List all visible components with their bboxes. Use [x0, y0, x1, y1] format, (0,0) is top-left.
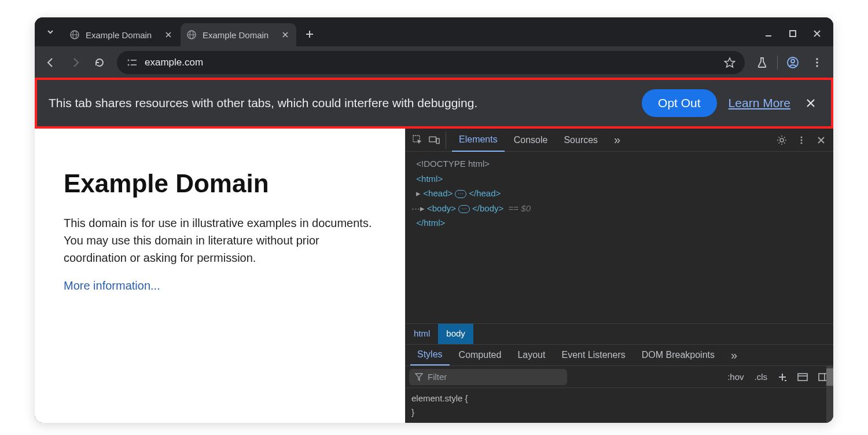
svg-rect-24 — [798, 374, 807, 381]
tab-inactive[interactable]: Example Domain — [64, 23, 179, 46]
styles-tab-computed[interactable]: Computed — [452, 345, 509, 365]
dom-head[interactable]: ▸<head>⋯</head> — [411, 186, 827, 201]
opt-out-button[interactable]: Opt Out — [642, 89, 717, 117]
dom-body-selected[interactable]: ⋯▸<body>⋯</body> == $0 — [411, 201, 827, 216]
crumb-body[interactable]: body — [438, 324, 473, 344]
tab-close-button[interactable] — [280, 30, 290, 40]
svg-point-15 — [816, 61, 818, 64]
devtools-close-icon[interactable] — [812, 131, 830, 149]
css-rules[interactable]: element.style { } — [406, 388, 833, 423]
styles-panel: Filter :hov .cls element.style { } — [406, 366, 833, 423]
globe-icon — [186, 30, 197, 40]
filter-icon — [415, 373, 423, 381]
reload-button[interactable] — [89, 52, 110, 73]
dom-doctype[interactable]: <!DOCTYPE html> — [411, 156, 827, 171]
settings-gear-icon[interactable] — [773, 131, 790, 149]
hov-toggle[interactable]: :hov — [725, 372, 746, 382]
svg-rect-7 — [790, 31, 796, 36]
window-controls — [762, 27, 824, 41]
devtools-toolbar: Elements Console Sources » — [406, 129, 833, 152]
page-heading: Example Domain — [64, 169, 376, 198]
maximize-button[interactable] — [786, 27, 800, 41]
dom-html-close[interactable]: </html> — [411, 215, 827, 231]
profile-button[interactable] — [782, 52, 803, 73]
debugging-infobar: This tab shares resources with other tab… — [37, 80, 831, 126]
tab-title: Example Domain — [203, 30, 274, 40]
back-button[interactable] — [41, 52, 61, 73]
svg-rect-18 — [429, 137, 436, 142]
devtools-tabs-overflow[interactable]: » — [607, 129, 627, 152]
highlighted-infobar-region: This tab shares resources with other tab… — [35, 78, 833, 129]
svg-rect-11 — [131, 64, 137, 65]
svg-point-23 — [801, 142, 803, 144]
css-line: element.style { — [411, 392, 827, 405]
divider — [777, 56, 778, 70]
omnibox[interactable]: example.com — [117, 51, 745, 74]
svg-rect-19 — [436, 138, 439, 144]
bookmark-star-icon[interactable] — [724, 57, 735, 68]
toolbar: example.com — [35, 46, 833, 79]
forward-button[interactable] — [65, 52, 86, 73]
filter-placeholder: Filter — [428, 372, 447, 382]
svg-point-10 — [128, 64, 130, 66]
dom-html-open[interactable]: <html> — [411, 171, 827, 187]
scrollbar-thumb[interactable] — [826, 368, 833, 386]
styles-tab-dom-breakpoints[interactable]: DOM Breakpoints — [635, 345, 722, 365]
styles-filter-row: Filter :hov .cls — [406, 366, 833, 388]
minimize-button[interactable] — [762, 27, 775, 41]
css-line: } — [411, 405, 827, 419]
breadcrumb: html body — [406, 323, 833, 344]
site-info-icon[interactable] — [126, 59, 138, 67]
device-toggle-icon[interactable] — [429, 131, 446, 149]
close-window-button[interactable] — [810, 27, 824, 41]
svg-point-20 — [780, 138, 784, 142]
devtools-tab-sources[interactable]: Sources — [557, 129, 605, 151]
svg-point-21 — [801, 136, 803, 138]
styles-tab-event-listeners[interactable]: Event Listeners — [554, 345, 632, 365]
browser-window: Example Domain Example Domain — [35, 17, 833, 423]
svg-point-16 — [816, 65, 818, 67]
devtools-panel: Elements Console Sources » <!DOCTYPE htm… — [405, 129, 833, 423]
svg-point-8 — [128, 60, 130, 61]
styles-filter-input[interactable]: Filter — [409, 369, 567, 385]
svg-point-14 — [816, 58, 818, 60]
crumb-html[interactable]: html — [406, 324, 438, 344]
tab-close-button[interactable] — [163, 30, 174, 40]
tab-active[interactable]: Example Domain — [181, 23, 296, 46]
omnibox-url: example.com — [145, 57, 717, 68]
svg-rect-9 — [131, 60, 137, 61]
devtools-tab-console[interactable]: Console — [507, 129, 555, 151]
menu-button[interactable] — [807, 52, 827, 73]
page-paragraph: This domain is for use in illustrative e… — [64, 214, 376, 266]
tab-title: Example Domain — [86, 30, 157, 40]
styles-tabs-overflow[interactable]: » — [724, 344, 744, 367]
inspect-icon[interactable] — [409, 131, 426, 149]
styles-tab-styles[interactable]: Styles — [410, 345, 450, 365]
new-style-rule-icon[interactable] — [775, 372, 789, 382]
svg-point-13 — [791, 60, 795, 63]
search-tabs-button[interactable] — [42, 23, 59, 41]
infobar-close-button[interactable] — [802, 98, 819, 108]
more-information-link[interactable]: More information... — [64, 279, 160, 292]
globe-icon — [69, 30, 80, 40]
svg-point-22 — [801, 139, 803, 141]
devtools-tab-elements[interactable]: Elements — [452, 129, 505, 152]
styles-tabstrip: Styles Computed Layout Event Listeners D… — [406, 344, 833, 366]
scrollbar[interactable] — [826, 366, 833, 423]
styles-tab-layout[interactable]: Layout — [510, 345, 552, 365]
devtools-menu-icon[interactable] — [793, 131, 810, 149]
infobar-message: This tab shares resources with other tab… — [49, 96, 630, 110]
svg-rect-26 — [819, 374, 827, 381]
new-tab-button[interactable] — [301, 25, 318, 43]
page-content: Example Domain This domain is for use in… — [35, 129, 405, 423]
learn-more-link[interactable]: Learn More — [729, 96, 790, 110]
labs-icon[interactable] — [752, 52, 773, 73]
tabstrip: Example Domain Example Domain — [35, 17, 833, 46]
cls-toggle[interactable]: .cls — [752, 372, 770, 382]
content-area: Example Domain This domain is for use in… — [35, 129, 833, 423]
dom-tree[interactable]: <!DOCTYPE html> <html> ▸<head>⋯</head> ⋯… — [406, 152, 833, 323]
computed-styles-icon[interactable] — [795, 373, 810, 381]
